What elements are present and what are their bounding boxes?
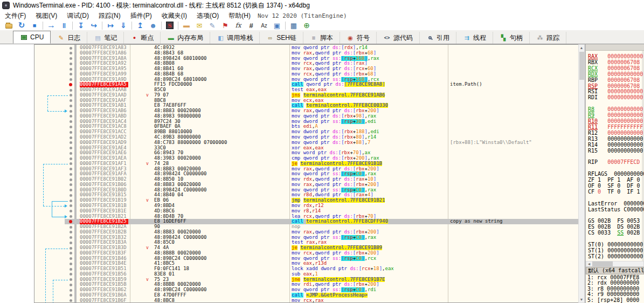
row-dot[interactable] [70, 47, 72, 50]
row-dot[interactable] [70, 52, 72, 54]
scrollbar-thumb[interactable] [579, 52, 584, 80]
step-into-button[interactable]: ↧ [75, 20, 86, 30]
patches-button[interactable]: ▬ [181, 20, 192, 30]
tab-句柄[interactable]: ▚句柄 [493, 32, 530, 44]
row-dot[interactable] [70, 226, 72, 229]
row-dot[interactable] [70, 152, 72, 155]
row-dot[interactable] [70, 189, 72, 191]
row-dot[interactable] [70, 268, 72, 271]
disassembly-panel[interactable]: 00007FFE8CE91A834C:8932mov qword ptr ds:… [34, 44, 578, 303]
flags-row[interactable]: CF 0 TF 0 IF 1 [588, 189, 644, 195]
row-dot[interactable] [70, 178, 72, 181]
row-dot[interactable] [70, 204, 72, 207]
tab-调用堆栈[interactable]: ◧调用堆栈 [210, 32, 260, 44]
hscrollbar-thumb[interactable] [592, 261, 613, 266]
row-dot[interactable] [70, 131, 72, 134]
breakpoint-dot[interactable] [69, 83, 72, 86]
menu-文件[interactable]: 文件(F) [0, 11, 31, 21]
pause-button[interactable]: ‖ [59, 20, 70, 30]
row-dot[interactable] [70, 257, 72, 260]
tab-断点[interactable]: ●断点 [124, 32, 161, 44]
row-dot[interactable] [70, 273, 72, 276]
scroll-left-icon[interactable]: ◄ [586, 261, 592, 267]
register-row[interactable]: RDI 00000000000 [588, 95, 644, 101]
labels-button[interactable]: ✎ [207, 20, 218, 30]
row-dot[interactable] [70, 247, 72, 250]
tab-CPU[interactable]: CPU [13, 31, 51, 44]
row-dot[interactable] [70, 110, 72, 113]
scroll-up-icon[interactable]: ▲ [579, 45, 584, 51]
run-button[interactable]: → [46, 20, 57, 30]
tab-日志[interactable]: ✎日志 [51, 32, 87, 44]
row-dot[interactable] [70, 289, 72, 292]
row-dot[interactable] [70, 252, 72, 254]
tab-符号[interactable]: ◉符号 [340, 32, 377, 44]
scroll-down-icon[interactable]: ▼ [579, 297, 584, 302]
tab-脚本[interactable]: ≡脚本 [303, 32, 340, 44]
registers-hscrollbar[interactable]: ◄ [586, 261, 644, 267]
step-out-button[interactable]: ↥ [135, 20, 146, 30]
menu-选项[interactable]: 选项(O) [192, 11, 224, 21]
calling-convention-select[interactable]: 默认 (x64 fastcall) [586, 267, 644, 274]
row-dot[interactable] [70, 194, 72, 197]
row-dot[interactable] [70, 73, 72, 75]
row-dot[interactable] [70, 299, 72, 302]
row-dot[interactable] [70, 68, 72, 71]
row-dot[interactable] [70, 183, 72, 186]
row-dot[interactable] [70, 231, 72, 233]
run-to-user-code-button[interactable]: ↦ [105, 20, 116, 30]
run-until-return-button[interactable]: ⇓ [118, 20, 129, 30]
row-dot[interactable] [70, 236, 72, 239]
row-dot[interactable] [70, 136, 72, 139]
row-dot[interactable] [70, 147, 72, 149]
hash-button[interactable]: # [246, 20, 257, 30]
row-dot[interactable] [70, 105, 72, 107]
row-dot[interactable] [70, 263, 72, 265]
menu-帮助[interactable]: 帮助(H) [224, 11, 255, 21]
tab-内存布局[interactable]: ▬内存布局 [161, 32, 210, 44]
row-dot[interactable] [70, 99, 72, 102]
bookmarks-button[interactable]: ⚑ [220, 20, 231, 30]
tab-笔记[interactable]: ▤笔记 [87, 32, 124, 44]
register-row[interactable]: RIP 00007FFECD [588, 160, 644, 166]
arguments-panel[interactable]: 1: rcx 00007FFE82: rdx 0000000003: r8 00… [586, 275, 644, 303]
disassembly-scrollbar[interactable]: ▲ ▼ [578, 44, 585, 303]
row-dot[interactable] [70, 168, 72, 170]
tab-SEH链[interactable]: ∞SEH链 [260, 32, 303, 44]
row-dot[interactable] [70, 78, 72, 81]
row-dot[interactable] [70, 215, 72, 218]
row-dot[interactable] [70, 157, 72, 160]
calculator-button[interactable]: ▦ [288, 20, 299, 30]
restart-admin-button[interactable]: ▣ [272, 20, 282, 30]
row-dot[interactable] [70, 284, 72, 286]
row-dot[interactable] [70, 94, 72, 97]
comments-button[interactable]: ✉ [194, 20, 205, 30]
step-over-button[interactable]: ↪ [88, 20, 99, 30]
register-row[interactable]: LastStatus C0000000 [588, 207, 644, 213]
tab-跟踪[interactable]: ⁂跟踪 [530, 32, 566, 44]
tab-线程[interactable]: ⇉线程 [456, 32, 493, 44]
row-dot[interactable] [70, 173, 72, 176]
row-dot[interactable] [70, 89, 72, 92]
row-dot[interactable] [70, 115, 72, 118]
register-row[interactable]: R15 00000000000 [588, 148, 644, 154]
close-button[interactable]: ■ [29, 20, 40, 30]
menu-调试[interactable]: 调试(D) [62, 11, 94, 21]
attach-button[interactable]: ☻ [148, 20, 158, 30]
row-dot[interactable] [70, 294, 72, 297]
tab-引用[interactable]: 引用 [420, 32, 456, 44]
row-dot[interactable] [70, 242, 72, 244]
flags-row[interactable]: CS 0033 SS 002B [588, 230, 644, 236]
row-dot[interactable] [70, 199, 72, 202]
menu-跟踪[interactable]: 跟踪(N) [94, 11, 126, 21]
row-dot[interactable] [70, 120, 72, 123]
tab-源代码[interactable]: <>源代码 [377, 32, 420, 44]
menu-收藏夹[interactable]: 收藏夹(I) [157, 11, 192, 21]
argument-row[interactable]: 5: [rsp+28] 0000 [587, 298, 644, 303]
breakpoint-dot[interactable] [69, 220, 72, 223]
disasm-row[interactable]: 00007FFE8CE91B6F48:8BC8mov rcx,rax [34, 298, 578, 303]
menu-视图[interactable]: 视图(V) [31, 11, 62, 21]
row-dot[interactable] [70, 126, 72, 128]
row-dot[interactable] [70, 162, 72, 165]
seh-settings-button[interactable]: S [164, 20, 175, 30]
